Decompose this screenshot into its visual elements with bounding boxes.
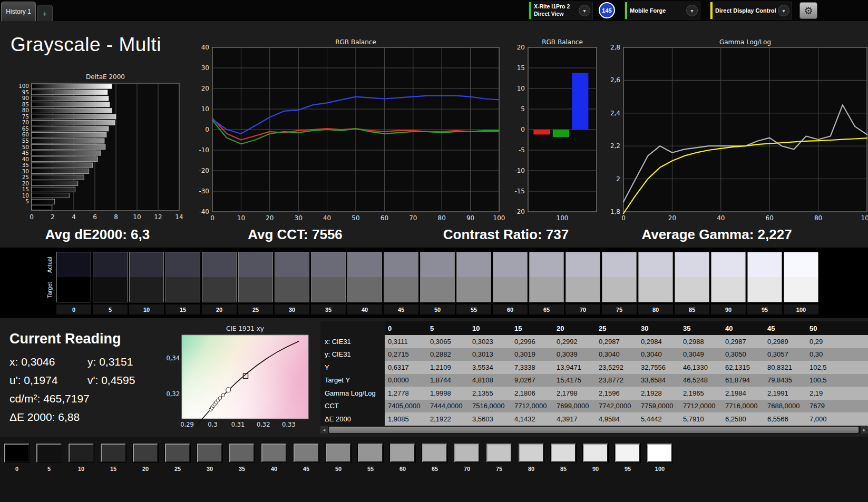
level-button-45[interactable] [294, 444, 319, 462]
scroll-right-button[interactable]: ▸ [861, 426, 868, 434]
table-cell: 0,3039 [553, 348, 596, 361]
svg-text:-40: -40 [199, 208, 209, 215]
level-button-label: 30 [197, 466, 222, 472]
patch-level-label: 80 [638, 304, 673, 314]
patch-level-label: 75 [602, 304, 637, 314]
target-patch [748, 277, 782, 302]
table-cell: 7712,0000 [511, 400, 553, 413]
level-button-70[interactable] [454, 444, 480, 462]
svg-text:90: 90 [22, 95, 29, 101]
level-button-10[interactable] [69, 444, 94, 462]
svg-text:Gamma Log/Log: Gamma Log/Log [719, 38, 771, 46]
svg-text:DeltaE 2000: DeltaE 2000 [86, 73, 125, 81]
page-title: Grayscale - Multi [11, 34, 161, 56]
svg-text:90: 90 [466, 214, 474, 222]
scrollbar-thumb[interactable] [329, 427, 859, 433]
table-cell: 100,5 [806, 374, 868, 387]
svg-text:-20: -20 [514, 208, 525, 215]
level-button-label: 0 [4, 466, 30, 472]
table-cell: 0,3111 [385, 335, 427, 348]
table-cell: 0,2715 [385, 348, 427, 361]
patch-level-label: 40 [347, 304, 382, 314]
level-button-95[interactable] [615, 444, 640, 462]
table-cell: 4,1432 [511, 412, 553, 426]
target-patch [421, 277, 454, 302]
grayscale-patch-85 [675, 252, 709, 302]
scrollbar-track[interactable] [328, 426, 861, 434]
patch-level-label: 0 [56, 304, 91, 314]
table-cell: 2,1922 [427, 412, 469, 426]
level-button-label: 85 [551, 466, 576, 472]
target-patch [639, 277, 672, 302]
svg-text:2,8: 2,8 [610, 44, 620, 51]
patch-level-label: 15 [165, 304, 200, 314]
svg-text:30: 30 [295, 214, 303, 222]
table-header-row: 05101520253035404550 [320, 321, 868, 335]
grayscale-patch-80 [638, 252, 673, 302]
svg-text:RGB Balance: RGB Balance [335, 38, 376, 46]
level-button-0[interactable] [4, 444, 30, 462]
new-tab-button[interactable]: + [37, 5, 53, 21]
svg-text:75: 75 [22, 113, 29, 120]
svg-text:40: 40 [201, 44, 209, 51]
actual-patch [311, 252, 345, 277]
settings-gear-button[interactable]: ⚙ [799, 2, 817, 19]
meter-selector[interactable]: X-Rite i1Pro 2 Direct View ▾ [529, 2, 593, 19]
svg-text:1,8: 1,8 [610, 208, 620, 215]
level-button-100[interactable] [647, 444, 672, 462]
svg-text:0,32: 0,32 [257, 421, 270, 428]
level-button-5[interactable] [36, 444, 62, 462]
patch-level-label: 100 [784, 304, 818, 314]
current-reading-title: Current Reading [9, 331, 165, 347]
actual-patch [493, 252, 527, 277]
meter-dropdown-button[interactable]: ▾ [579, 5, 590, 16]
scroll-left-button[interactable]: ◂ [320, 426, 328, 434]
table-cell: 7516,0000 [469, 400, 511, 413]
level-button-25[interactable] [165, 444, 190, 462]
actual-patch [202, 252, 236, 277]
table-hscrollbar[interactable]: ◂ ▸ [320, 426, 868, 434]
table-cell: 46,1330 [680, 361, 722, 374]
svg-text:50: 50 [352, 214, 359, 222]
level-button-35[interactable] [229, 444, 255, 462]
svg-text:60: 60 [22, 131, 29, 137]
level-button-75[interactable] [486, 444, 512, 462]
svg-text:80: 80 [438, 214, 446, 222]
svg-text:-5: -5 [519, 146, 525, 154]
level-button-60[interactable] [390, 444, 415, 462]
patch-level-label: 60 [493, 304, 528, 314]
level-buttons [4, 444, 672, 462]
display-control-dropdown-button[interactable]: ▾ [778, 5, 789, 16]
svg-text:40: 40 [323, 214, 331, 222]
level-button-90[interactable] [583, 444, 608, 462]
level-button-20[interactable] [133, 444, 158, 462]
source-selector[interactable]: Mobile Forge ▾ [625, 2, 700, 19]
measurement-table: 05101520253035404550x: CIE310,31110,3065… [320, 321, 868, 426]
level-button-40[interactable] [261, 444, 287, 462]
source-dropdown-button[interactable]: ▾ [686, 5, 698, 16]
actual-patch [748, 252, 782, 277]
level-button-50[interactable] [326, 444, 351, 462]
level-button-80[interactable] [519, 444, 544, 462]
table-cell: 0,2987 [596, 335, 638, 348]
svg-text:14: 14 [175, 213, 183, 221]
patch-level-label: 85 [675, 304, 709, 314]
table-cell: 0,3049 [680, 348, 722, 361]
svg-text:0: 0 [521, 126, 525, 133]
actual-patch [384, 252, 418, 277]
svg-text:60: 60 [381, 214, 388, 222]
svg-text:100: 100 [493, 214, 505, 222]
svg-text:20: 20 [517, 44, 525, 51]
level-button-55[interactable] [358, 444, 383, 462]
svg-text:8: 8 [114, 213, 118, 221]
svg-text:100: 100 [557, 214, 569, 222]
level-button-15[interactable] [101, 444, 126, 462]
row-label: x: CIE31 [320, 335, 385, 348]
table-cell: 1,8744 [427, 374, 469, 387]
display-control-selector[interactable]: Direct Display Control ▾ [710, 2, 792, 19]
level-button-65[interactable] [422, 444, 447, 462]
tab-history-1[interactable]: History 1 [1, 2, 36, 21]
level-button-30[interactable] [197, 444, 222, 462]
table-cell: 0,3065 [427, 335, 469, 348]
level-button-85[interactable] [551, 444, 576, 462]
